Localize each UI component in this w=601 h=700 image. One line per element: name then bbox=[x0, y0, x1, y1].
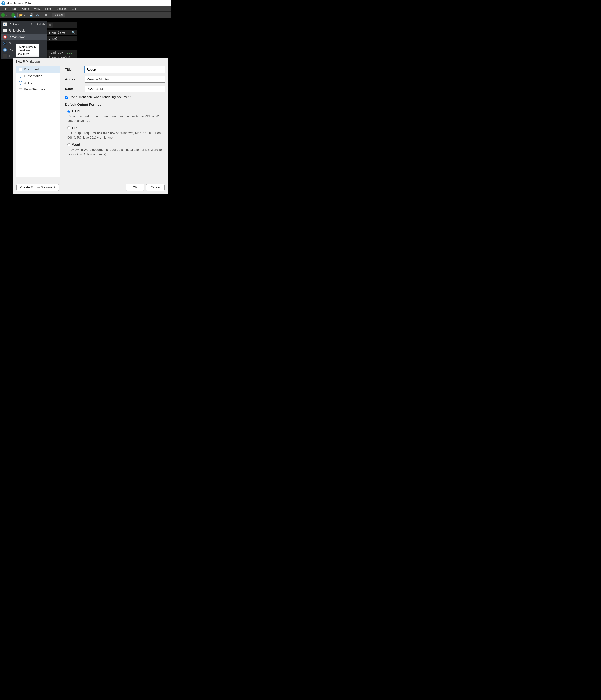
menu-bar: File Edit Code View Plots Session Buil bbox=[0, 6, 171, 11]
use-current-date-checkbox[interactable] bbox=[65, 96, 68, 99]
dialog-button-bar: Create Empty Document OK Cancel bbox=[14, 182, 168, 194]
rstudio-app-icon: R bbox=[1, 1, 5, 5]
category-from-template[interactable]: From Template bbox=[16, 86, 60, 93]
date-input[interactable] bbox=[85, 85, 165, 92]
goto-file-function-button[interactable]: ➦ Go to bbox=[52, 12, 66, 18]
menuitem-r-script[interactable]: R R Script Ctrl+Shift+N bbox=[1, 21, 47, 27]
author-input[interactable] bbox=[85, 76, 165, 82]
dialog-title: New R Markdown bbox=[14, 58, 168, 66]
output-html-label: HTML bbox=[72, 109, 81, 113]
open-file-button[interactable]: 📂 ▼ bbox=[19, 12, 25, 18]
menuitem-r-notebook[interactable]: R R Notebook bbox=[1, 27, 47, 34]
r-script-icon: R bbox=[3, 22, 7, 26]
create-empty-document-button[interactable]: Create Empty Document bbox=[17, 184, 59, 191]
save-all-icon: 🗂 bbox=[36, 14, 39, 17]
shiny-icon: R bbox=[19, 81, 22, 84]
output-pdf-desc: PDF output requires TeX (MiKTeX on Windo… bbox=[67, 131, 165, 140]
chevron-down-icon: ▼ bbox=[24, 14, 25, 16]
presentation-icon bbox=[19, 74, 22, 78]
output-word-label: Word bbox=[72, 143, 80, 147]
ok-button[interactable]: OK bbox=[126, 184, 144, 191]
text-file-icon bbox=[3, 54, 7, 58]
chevron-down-icon: ▼ bbox=[5, 14, 7, 16]
toolbar-separator bbox=[9, 13, 9, 17]
toolbar-separator bbox=[27, 13, 27, 17]
date-label: Date: bbox=[65, 87, 85, 91]
category-presentation[interactable]: Presentation bbox=[16, 73, 60, 79]
category-document[interactable]: Document bbox=[16, 66, 60, 73]
save-icon: 💾 bbox=[30, 13, 33, 17]
tab-close-button[interactable]: ✕ bbox=[47, 23, 53, 28]
cancel-button[interactable]: Cancel bbox=[146, 184, 165, 191]
output-word-desc: Previewing Word documents requires an in… bbox=[67, 148, 165, 156]
menu-session[interactable]: Session bbox=[55, 7, 69, 11]
editor-tabstrip: ✕ bbox=[47, 22, 77, 28]
output-html-desc: Recommended format for authoring (you ca… bbox=[67, 114, 165, 123]
title-input[interactable] bbox=[85, 66, 165, 73]
goto-arrow-icon: ➦ bbox=[54, 14, 56, 17]
use-current-date-label: Use current date when rendering document bbox=[69, 95, 130, 99]
document-icon bbox=[19, 68, 22, 71]
new-file-button[interactable]: + ▼ bbox=[1, 12, 7, 18]
save-button[interactable]: 💾 bbox=[29, 12, 34, 18]
output-pdf-label: PDF bbox=[72, 126, 79, 130]
folder-open-icon: 📂 bbox=[19, 13, 23, 17]
template-icon bbox=[19, 88, 22, 91]
code-fragment: erse) bbox=[47, 36, 77, 41]
save-all-button[interactable]: 🗂 bbox=[35, 12, 40, 18]
window-titlebar: R doenlaten - RStudio bbox=[0, 0, 171, 6]
code-fragment: read_csv('dat bbox=[47, 50, 77, 55]
find-icon[interactable]: 🔍 bbox=[72, 31, 75, 34]
main-toolbar: + ▼ + R 📂 ▼ 💾 🗂 🖨 ➦ Go to bbox=[0, 11, 171, 19]
r-badge-icon: R bbox=[14, 16, 16, 18]
category-shiny[interactable]: R Shiny bbox=[16, 79, 60, 86]
menu-view[interactable]: View bbox=[32, 7, 42, 11]
menu-file[interactable]: File bbox=[1, 7, 9, 11]
author-label: Author: bbox=[65, 77, 85, 81]
toolbar-separator bbox=[42, 13, 42, 17]
goto-label: Go to bbox=[57, 14, 64, 17]
source-on-save-fragment: e on Save 🔍 bbox=[47, 30, 77, 35]
menuitem-r-markdown[interactable]: M R Markdown... bbox=[1, 34, 47, 40]
output-pdf-radio[interactable] bbox=[67, 126, 70, 129]
print-icon: 🖨 bbox=[45, 13, 48, 17]
menu-code[interactable]: Code bbox=[20, 7, 31, 11]
menu-edit[interactable]: Edit bbox=[10, 7, 19, 11]
category-list: Document Presentation R Shiny From Templ… bbox=[16, 66, 60, 177]
menu-plots[interactable]: Plots bbox=[43, 7, 54, 11]
notebook-icon: R bbox=[3, 29, 7, 32]
new-r-markdown-dialog: New R Markdown Document Presentation R S… bbox=[13, 58, 168, 194]
output-format-title: Default Output Format: bbox=[65, 103, 165, 106]
new-project-button[interactable]: + R bbox=[11, 12, 16, 18]
output-word-radio[interactable] bbox=[67, 143, 70, 146]
menu-build[interactable]: Buil bbox=[70, 7, 78, 11]
tooltip-r-markdown: Create a new R Markdown document bbox=[16, 44, 39, 57]
svg-rect-0 bbox=[19, 75, 22, 77]
print-button[interactable]: 🖨 bbox=[44, 12, 49, 18]
form-area: Title: Author: Date: Use current date wh… bbox=[65, 66, 165, 180]
output-html-radio[interactable] bbox=[67, 110, 70, 113]
window-title: doenlaten - RStudio bbox=[7, 1, 35, 5]
markdown-icon: M bbox=[3, 35, 7, 39]
plumber-icon: R bbox=[3, 48, 7, 52]
title-label: Title: bbox=[65, 68, 85, 71]
plus-icon: + bbox=[1, 13, 5, 17]
shiny-icon: R bbox=[3, 42, 7, 45]
